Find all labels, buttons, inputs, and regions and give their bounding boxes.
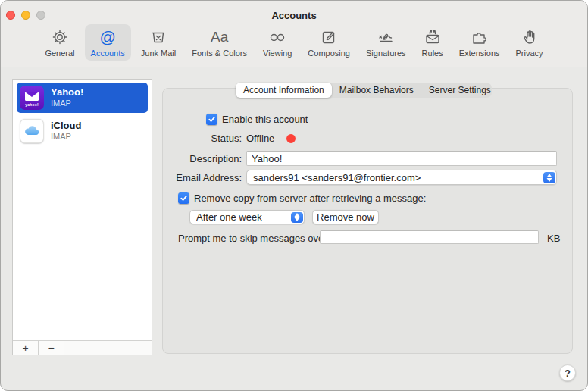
toolbar-label: Accounts — [91, 48, 125, 58]
toolbar-label: General — [45, 48, 74, 58]
junk-bin-icon — [149, 27, 167, 47]
gear-icon — [51, 27, 69, 47]
add-account-button[interactable]: + — [13, 341, 39, 355]
sidebar-bottom-filler — [64, 341, 152, 355]
toolbar-label: Junk Mail — [141, 48, 176, 58]
popup-stepper-icon — [291, 212, 303, 223]
offline-red-dot — [286, 134, 296, 143]
remove-after-popup[interactable]: After one week — [189, 210, 305, 224]
remove-copy-label: Remove copy from server after retrieving… — [194, 192, 426, 205]
tab-server-settings[interactable]: Server Settings — [421, 83, 499, 98]
remove-copy-checkbox[interactable] — [178, 192, 189, 204]
toolbar-item-viewing[interactable]: Viewing — [257, 24, 298, 61]
status-value: Offline — [246, 133, 274, 145]
toolbar-label: Rules — [422, 48, 443, 58]
email-address-value: sanders91 <sanders91@frontier.com> — [253, 172, 421, 183]
toolbar-label: Signatures — [366, 48, 406, 58]
titlebar-toolbar: Accounts General @ Accounts — [1, 1, 587, 67]
toolbar-label: Viewing — [263, 48, 292, 58]
puzzle-icon — [470, 27, 489, 47]
enable-account-label: Enable this account — [222, 114, 308, 126]
toolbar-label: Privacy — [516, 48, 543, 58]
description-label: Description: — [163, 153, 242, 165]
glasses-icon — [267, 27, 287, 47]
tab-mailbox-behaviors[interactable]: Mailbox Behaviors — [332, 83, 421, 98]
account-tabs: Account Information Mailbox Behaviors Se… — [236, 83, 492, 98]
toolbar-item-fonts-colors[interactable]: Aa Fonts & Colors — [186, 24, 253, 61]
mail-preferences-window: Accounts General @ Accounts — [0, 0, 588, 391]
toolbar-item-accounts[interactable]: @ Accounts — [85, 24, 131, 61]
account-row-icloud[interactable]: iCloud IMAP — [17, 116, 148, 146]
at-sign-icon: @ — [100, 27, 116, 47]
toolbar-item-signatures[interactable]: Signatures — [360, 24, 412, 61]
prompt-skip-unit: KB — [547, 233, 560, 245]
help-button[interactable]: ? — [559, 364, 576, 381]
prompt-skip-input[interactable] — [320, 230, 539, 244]
accounts-sidebar: yahoo! Yahoo! IMAP iCloud — [12, 79, 152, 355]
remove-account-button[interactable]: − — [39, 341, 64, 355]
prompt-skip-label: Prompt me to skip messages over — [178, 233, 327, 245]
toolbar-item-extensions[interactable]: Extensions — [453, 24, 506, 61]
toolbar-label: Extensions — [459, 48, 500, 58]
account-name: iCloud — [51, 120, 81, 132]
compose-icon — [320, 27, 338, 47]
status-label: Status: — [163, 133, 242, 145]
remove-after-value: After one week — [196, 211, 262, 223]
hand-icon — [521, 27, 538, 47]
preferences-toolbar: General @ Accounts Junk Mail Aa Fonts & … — [1, 24, 587, 61]
email-address-label: Email Address: — [163, 172, 242, 184]
sidebar-bottom-bar: + − — [13, 340, 152, 355]
account-settings-pane: Account Information Mailbox Behaviors Se… — [162, 88, 573, 354]
account-row-yahoo[interactable]: yahoo! Yahoo! IMAP — [17, 83, 148, 113]
email-address-popup[interactable]: sanders91 <sanders91@frontier.com> — [246, 170, 557, 185]
account-protocol: IMAP — [51, 99, 83, 109]
toolbar-item-privacy[interactable]: Privacy — [510, 24, 549, 61]
enable-account-checkbox[interactable] — [206, 114, 217, 125]
yahoo-mail-icon: yahoo! — [20, 86, 44, 110]
description-input[interactable] — [246, 151, 557, 166]
tab-account-information[interactable]: Account Information — [236, 83, 332, 98]
toolbar-label: Fonts & Colors — [192, 48, 247, 58]
icloud-cloud-icon — [20, 119, 44, 143]
signature-icon — [375, 27, 396, 47]
rules-envelope-icon — [423, 27, 443, 47]
window-title: Accounts — [1, 10, 587, 21]
popup-stepper-icon — [543, 172, 555, 183]
toolbar-item-composing[interactable]: Composing — [302, 24, 356, 61]
account-name: Yahoo! — [51, 86, 83, 99]
toolbar-item-general[interactable]: General — [39, 24, 80, 61]
toolbar-label: Composing — [308, 48, 350, 58]
toolbar-item-junk-mail[interactable]: Junk Mail — [135, 24, 182, 61]
fonts-aa-icon: Aa — [211, 27, 228, 47]
toolbar-item-rules[interactable]: Rules — [416, 24, 449, 61]
account-protocol: IMAP — [51, 132, 81, 142]
remove-now-button[interactable]: Remove now — [312, 210, 379, 224]
